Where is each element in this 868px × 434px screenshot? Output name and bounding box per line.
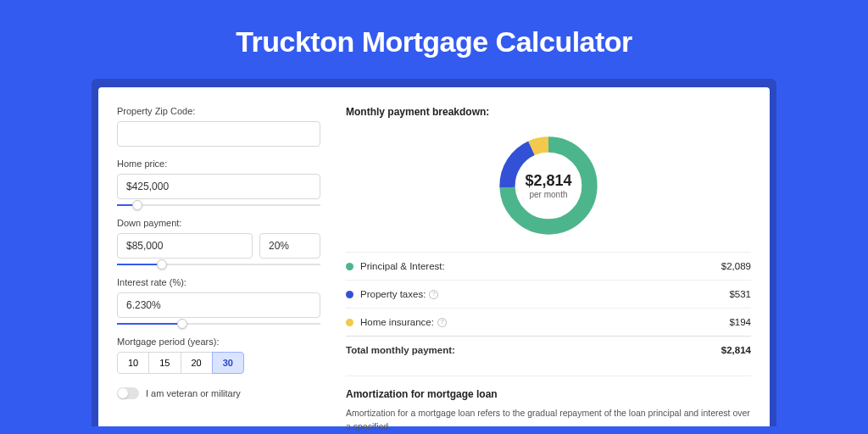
form-column: Property Zip Code: Home price: Down paym… [117,106,320,426]
period-option-30[interactable]: 30 [212,352,244,374]
breakdown-value-insurance: $194 [729,317,751,327]
calculator-panel-wrap: Property Zip Code: Home price: Down paym… [92,79,776,426]
period-option-15[interactable]: 15 [148,352,181,374]
home-price-field: Home price: [117,159,320,206]
home-price-input[interactable] [117,174,320,199]
period-option-20[interactable]: 20 [181,352,213,374]
breakdown-label-principal: Principal & Interest: [360,261,721,271]
breakdown-label-insurance: Home insurance: ? [360,317,729,327]
veteran-row: I am veteran or military [117,387,320,399]
mortgage-period-options: 10 15 20 30 [117,352,320,374]
home-price-slider[interactable] [117,204,320,206]
period-option-10[interactable]: 10 [117,352,149,374]
breakdown-value-total: $2,814 [721,345,751,355]
breakdown-value-principal: $2,089 [721,261,751,271]
zip-input[interactable] [117,121,320,147]
breakdown-label-insurance-text: Home insurance: [360,317,434,327]
dot-icon [346,319,353,326]
down-payment-slider-thumb[interactable] [157,259,167,270]
breakdown-label-total: Total monthly payment: [346,345,721,355]
down-payment-label: Down payment: [117,218,320,228]
page-title: Truckton Mortgage Calculator [0,0,868,79]
dot-icon [346,291,353,298]
home-price-slider-thumb[interactable] [132,200,142,210]
donut-center: $2,814 per month [494,131,603,240]
breakdown-label-taxes: Property taxes: ? [360,289,729,299]
donut-chart: $2,814 per month [494,131,603,240]
breakdown-label-taxes-text: Property taxes: [360,289,426,299]
veteran-label: I am veteran or military [146,388,241,398]
donut-chart-wrap: $2,814 per month [346,126,751,252]
breakdown-line-total: Total monthly payment: $2,814 [346,336,751,364]
info-icon[interactable]: ? [437,318,447,327]
donut-center-sub: per month [529,190,567,199]
amortization-section: Amortization for mortgage loan Amortizat… [346,376,751,434]
home-price-label: Home price: [117,159,320,169]
down-payment-percent-input[interactable] [259,233,320,259]
breakdown-value-taxes: $531 [729,289,751,299]
dot-icon [346,263,353,270]
breakdown-column: Monthly payment breakdown: $2,814 per mo… [346,106,751,426]
interest-rate-slider[interactable] [117,323,320,325]
donut-center-amount: $2,814 [525,172,571,190]
mortgage-period-label: Mortgage period (years): [117,337,320,347]
breakdown-line-taxes: Property taxes: ? $531 [346,280,751,308]
breakdown-line-principal: Principal & Interest: $2,089 [346,252,751,280]
veteran-toggle-knob [118,388,128,398]
amortization-title: Amortization for mortgage loan [346,388,751,400]
breakdown-line-insurance: Home insurance: ? $194 [346,308,751,336]
mortgage-period-field: Mortgage period (years): 10 15 20 30 [117,337,320,374]
down-payment-slider[interactable] [117,264,320,265]
down-payment-field: Down payment: [117,218,320,265]
veteran-toggle[interactable] [117,387,139,399]
interest-rate-slider-thumb[interactable] [177,319,187,329]
zip-label: Property Zip Code: [117,106,320,116]
interest-rate-label: Interest rate (%): [117,277,320,287]
zip-field: Property Zip Code: [117,106,320,147]
interest-rate-field: Interest rate (%): [117,277,320,325]
amortization-text: Amortization for a mortgage loan refers … [346,407,751,434]
breakdown-title: Monthly payment breakdown: [346,106,751,118]
info-icon[interactable]: ? [429,290,438,299]
down-payment-amount-input[interactable] [117,233,253,259]
interest-rate-input[interactable] [117,292,320,318]
calculator-panel: Property Zip Code: Home price: Down paym… [98,87,770,426]
